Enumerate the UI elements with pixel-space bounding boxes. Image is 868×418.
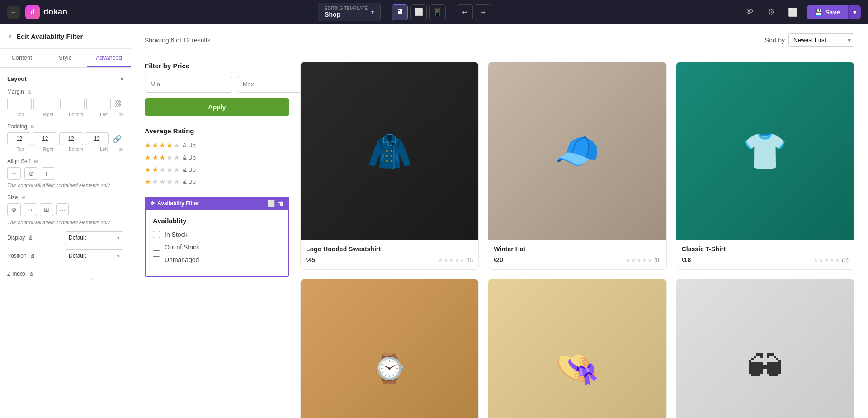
layout-section-header: Layout ▾	[7, 75, 123, 82]
sidebar-title: Edit Availablity Filter	[16, 33, 83, 40]
rating-count: (0)	[842, 257, 849, 263]
unmanaged-checkbox[interactable]	[153, 256, 160, 263]
padding-labels: Top Right Bottom Left px	[7, 147, 123, 152]
star-4: ★	[166, 141, 173, 150]
shop-layout: Filter by Price Apply Average Rating ★	[145, 62, 854, 418]
margin-right-input[interactable]	[33, 98, 58, 110]
padding-link-icon[interactable]: 🔗	[111, 133, 123, 145]
product-price: ৳45	[306, 256, 316, 264]
mobile-view-button[interactable]: 📱	[429, 4, 446, 20]
back-button[interactable]: ←	[7, 6, 20, 19]
align-right-button[interactable]: ⊢	[42, 167, 55, 180]
desktop-view-button[interactable]: 🖥	[392, 4, 408, 20]
align-left-button[interactable]: ⊣	[7, 167, 21, 180]
products-grid: Logo Hooded Sweatshirt ৳45 ★ ★ ★ ★	[300, 62, 854, 418]
availability-edit-button[interactable]: ⬜	[267, 200, 275, 207]
star-2: ★	[152, 178, 158, 186]
product-name: Classic T-Shirt	[682, 245, 849, 253]
availability-delete-button[interactable]: 🗑	[278, 200, 284, 207]
product-image-sunglasses	[676, 279, 854, 418]
tab-style[interactable]: Style	[43, 49, 87, 67]
canvas-inner: Showing 6 of 12 results Sort by Newest F…	[131, 24, 868, 418]
rating-up-label: & Up	[183, 166, 196, 173]
product-image-tshirt	[676, 62, 854, 240]
size-default-button[interactable]: ⊘	[7, 203, 21, 216]
redo-button[interactable]: ↪	[475, 4, 491, 20]
rating-stars: ★ ★ ★ ★ ★	[626, 257, 652, 263]
product-bottom: ৳45 ★ ★ ★ ★ ★	[306, 256, 473, 264]
chevron-down-icon: ▾	[371, 9, 374, 15]
product-card: Hat ★ ★ ★ ★ ★	[488, 279, 666, 418]
tab-advanced[interactable]: Advanced	[87, 49, 131, 67]
display-select[interactable]: Default Block Flex Inline	[65, 231, 123, 244]
apply-button[interactable]: Apply	[145, 98, 289, 116]
rating-up-label: & Up	[183, 142, 196, 149]
star-5: ★	[174, 178, 180, 186]
product-bottom: ৳18 ★ ★ ★ ★ ★	[682, 256, 849, 264]
star-3: ★	[159, 165, 165, 174]
star-3: ★	[159, 153, 165, 162]
preview-button[interactable]: 👁	[741, 4, 758, 20]
rating-stars: ★ ★ ★ ★ ★	[438, 257, 465, 263]
size-more-button[interactable]: ⋯	[56, 203, 69, 216]
product-image-belt	[301, 279, 478, 418]
size-info: This control will affect contained eleme…	[7, 220, 123, 225]
save-button[interactable]: 💾 Save ▾	[807, 5, 861, 19]
padding-right-input[interactable]	[33, 132, 57, 145]
product-card: Sun Goggles ★ ★ ★ ★	[676, 279, 854, 418]
product-price: ৳20	[494, 256, 503, 264]
star-2: ★	[152, 165, 158, 174]
padding-label: Padding 🖥	[7, 123, 123, 130]
zindex-input[interactable]	[92, 268, 123, 280]
margin-labels: Top Right Bottom Left px	[7, 112, 123, 117]
template-selector[interactable]: EDITING TEMPLATE Shop ▾	[318, 3, 381, 21]
price-min-input[interactable]	[145, 76, 232, 93]
filter-sidebar: Filter by Price Apply Average Rating ★	[145, 62, 289, 418]
rating-up-label: & Up	[183, 154, 196, 161]
in-stock-checkbox[interactable]	[153, 231, 160, 238]
move-icon: ✥	[150, 200, 155, 207]
availability-box: Availablity In Stock Out of Stock	[145, 210, 289, 277]
size-grow-button[interactable]: ↔	[24, 203, 37, 216]
main-layout: ‹ Edit Availablity Filter Content Style …	[0, 24, 868, 418]
margin-top-input[interactable]	[7, 98, 32, 110]
product-card: Logo Hooded Sweatshirt ৳45 ★ ★ ★ ★	[300, 62, 479, 270]
margin-left-input[interactable]	[86, 98, 111, 110]
sidebar-back-icon[interactable]: ‹	[9, 32, 12, 41]
product-card: Strap Belt ★ ★ ★ ★	[300, 279, 479, 418]
star-2: ★	[152, 153, 158, 162]
align-self-label: Align Self 🖥	[7, 158, 123, 164]
star-5: ★	[174, 141, 180, 150]
settings-button[interactable]: ⚙	[763, 4, 779, 20]
rating-stars: ★ ★ ★ ★ ★	[813, 257, 840, 263]
layers-button[interactable]: ⬜	[785, 4, 801, 20]
zindex-row: Z-Index 🖥	[7, 268, 123, 280]
position-select[interactable]: Default Static Relative Absolute	[65, 249, 123, 262]
tab-content[interactable]: Content	[0, 49, 43, 67]
rating-count: (0)	[654, 257, 661, 263]
product-card: Winter Hat ৳20 ★ ★ ★ ★	[488, 62, 666, 270]
margin-left-label: Left	[91, 112, 117, 117]
padding-top-input[interactable]	[7, 132, 31, 145]
margin-link-icon[interactable]: ⛓	[113, 98, 123, 110]
star-1: ★	[145, 141, 151, 150]
save-dropdown-arrow[interactable]: ▾	[848, 5, 861, 19]
topbar-right: 👁 ⚙ ⬜ 💾 Save ▾	[741, 4, 861, 20]
price-inputs	[145, 76, 289, 93]
display-info-icon: 🖥	[28, 235, 33, 241]
padding-left-input[interactable]	[85, 132, 109, 145]
padding-bottom-input[interactable]	[59, 132, 83, 145]
product-bottom: ৳20 ★ ★ ★ ★ ★	[494, 256, 660, 264]
align-center-button[interactable]: ⊕	[24, 167, 38, 180]
product-image-hat	[488, 62, 666, 240]
size-shrink-button[interactable]: ⊞	[40, 203, 53, 216]
topbar: ← d dokan EDITING TEMPLATE Shop ▾ 🖥 ⬜ 📱 …	[0, 0, 868, 24]
tablet-view-button[interactable]: ⬜	[410, 4, 427, 20]
layout-section-toggle[interactable]: ▾	[120, 75, 123, 82]
out-of-stock-checkbox[interactable]	[153, 244, 160, 251]
padding-right-label: Right	[35, 147, 61, 152]
undo-button[interactable]: ↩	[457, 4, 473, 20]
sort-select[interactable]: Newest First Price: Low to High Price: H…	[788, 33, 854, 47]
product-image-hoodie	[301, 62, 478, 240]
margin-bottom-input[interactable]	[60, 98, 85, 110]
